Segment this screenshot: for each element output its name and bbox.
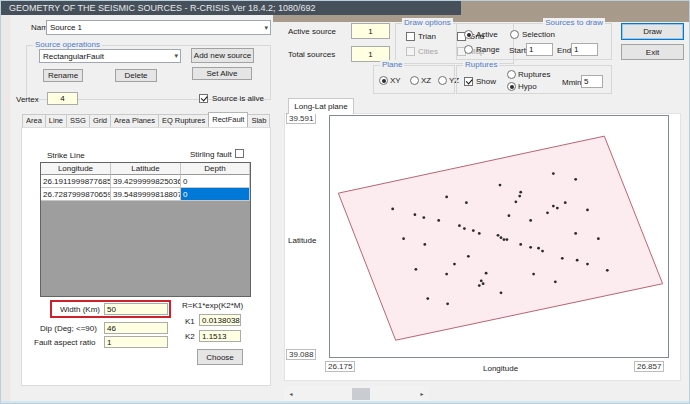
yz-radio[interactable] bbox=[438, 76, 447, 85]
dropdown-arrow-icon: ▾ bbox=[264, 24, 268, 31]
fault-aspect-ratio-field[interactable]: 1 bbox=[104, 336, 168, 348]
tab-area-planes[interactable]: Area Planes bbox=[110, 114, 159, 127]
active-source-field[interactable]: 1 bbox=[351, 23, 390, 39]
desktop-background-strip bbox=[273, 15, 690, 22]
fault-aspect-ratio-label: Fault aspect ratio bbox=[34, 338, 95, 348]
show-checkbox[interactable] bbox=[464, 77, 473, 86]
column-header-depth[interactable]: Depth bbox=[181, 163, 250, 175]
selection-radio[interactable] bbox=[510, 30, 519, 39]
column-header-longitude[interactable]: Longitude bbox=[41, 163, 111, 175]
add-new-source-button[interactable]: Add new source bbox=[191, 48, 254, 63]
start-field[interactable]: 1 bbox=[526, 43, 553, 56]
width-field[interactable]: 50 bbox=[104, 303, 168, 315]
vertex-field[interactable]: 4 bbox=[47, 92, 78, 105]
geometry-of-seismic-sources-window: GEOMETRY OF THE SEISMIC SOURCES - R-CRIS… bbox=[0, 0, 690, 404]
fault-type-value: RectangularFault bbox=[43, 52, 104, 61]
delete-button[interactable]: Delete bbox=[115, 69, 157, 82]
k1-label: K1 bbox=[185, 317, 195, 327]
y-axis-label: Latitude bbox=[288, 236, 316, 246]
x-axis-label: Longitude bbox=[483, 364, 518, 374]
draw-button[interactable]: Draw bbox=[621, 23, 684, 40]
range-radio-label: Range bbox=[476, 45, 500, 55]
scroll-right-button[interactable]: ► bbox=[415, 387, 429, 401]
dropdown-arrow-icon: ▾ bbox=[174, 52, 178, 59]
selection-radio-label: Selection bbox=[522, 30, 555, 40]
xy-radio[interactable] bbox=[379, 76, 388, 85]
dip-field[interactable]: 46 bbox=[104, 322, 168, 334]
mmin-field[interactable]: 5 bbox=[581, 75, 603, 88]
horizontal-scrollbar[interactable]: ◄ ► bbox=[284, 387, 429, 401]
cell-depth-2-selected[interactable]: 0 bbox=[181, 188, 250, 201]
trian-label: Trian bbox=[418, 32, 436, 42]
stirling-fault-label: Stirling fault bbox=[190, 150, 232, 160]
ruptures-radio-label: Ruptures bbox=[518, 70, 550, 80]
tab-area[interactable]: Area bbox=[22, 114, 46, 127]
sources-to-draw-title: Sources to draw bbox=[543, 18, 605, 28]
set-alive-button[interactable]: Set Alive bbox=[192, 67, 252, 80]
fault-type-combobox[interactable]: RectangularFault ▾ bbox=[39, 49, 181, 63]
active-radio-label: Active bbox=[476, 30, 498, 40]
k-formula-label: R=K1*exp(K2*M) bbox=[182, 301, 243, 311]
ruptures-radio[interactable] bbox=[507, 70, 516, 79]
exit-button[interactable]: Exit bbox=[621, 44, 684, 60]
x-max-readout: 26.857 bbox=[634, 361, 664, 372]
end-field[interactable]: 1 bbox=[571, 43, 598, 56]
tab-ssg[interactable]: SSG bbox=[66, 114, 90, 127]
source-name-value: Source 1 bbox=[50, 23, 82, 32]
range-radio[interactable] bbox=[464, 45, 473, 54]
xy-radio-label: XY bbox=[390, 76, 401, 86]
cell-latitude-2[interactable]: 39.5489999818807 bbox=[111, 188, 181, 201]
strike-line-table: Longitude Latitude Depth 26.191199987768… bbox=[40, 162, 251, 297]
plot-area bbox=[329, 115, 669, 358]
cell-depth-1[interactable]: 0 bbox=[181, 175, 250, 188]
tab-line[interactable]: Line bbox=[45, 114, 67, 127]
geometry-tab-strip: Area Line SSG Grid Area Planes EQ Ruptur… bbox=[22, 114, 274, 127]
strike-line-label: Strike Line bbox=[47, 151, 85, 161]
vertex-label: Vertex bbox=[16, 95, 39, 105]
table-row: 26.1911999877685 39.4299999825036 0 bbox=[41, 175, 250, 188]
tab-eq-ruptures[interactable]: EQ Ruptures bbox=[158, 114, 209, 127]
column-header-latitude[interactable]: Latitude bbox=[111, 163, 181, 175]
tab-slab[interactable]: Slab bbox=[247, 114, 270, 127]
active-source-label: Active source bbox=[288, 27, 336, 37]
active-radio[interactable] bbox=[464, 30, 473, 39]
trian-checkbox[interactable] bbox=[406, 32, 415, 41]
rename-button[interactable]: Rename bbox=[43, 69, 83, 82]
width-label: Width (Km) bbox=[60, 305, 100, 315]
dip-label: Dip (Deg; <=90) bbox=[40, 324, 97, 334]
stirling-fault-checkbox[interactable] bbox=[235, 149, 244, 158]
k2-field[interactable]: 1.1513 bbox=[199, 330, 241, 342]
k1-field[interactable]: 0.0138038 bbox=[199, 314, 241, 326]
end-label: End bbox=[557, 46, 571, 56]
cities-checkbox bbox=[406, 47, 415, 56]
show-label: Show bbox=[476, 77, 496, 87]
tab-rectfault[interactable]: RectFault bbox=[208, 112, 248, 127]
source-is-alive-label: Source is alive bbox=[212, 94, 264, 104]
cell-latitude-1[interactable]: 39.4299999825036 bbox=[111, 175, 181, 188]
tab-grid[interactable]: Grid bbox=[89, 114, 111, 127]
draw-options-title: Draw options bbox=[402, 18, 453, 28]
cell-longitude-2[interactable]: 26.7287999870659 bbox=[41, 188, 111, 201]
scroll-left-button[interactable]: ◄ bbox=[284, 387, 298, 401]
scrollbar-thumb[interactable] bbox=[352, 388, 370, 400]
hypo-radio-label: Hypo bbox=[518, 82, 537, 92]
x-min-readout: 26.175 bbox=[325, 361, 355, 372]
k2-label: K2 bbox=[185, 332, 195, 342]
mmin-label: Mmin bbox=[562, 78, 582, 88]
hypo-radio[interactable] bbox=[507, 82, 516, 91]
long-lat-plane-tab[interactable]: Long-Lat plane bbox=[288, 98, 354, 114]
source-is-alive-checkbox[interactable] bbox=[199, 94, 208, 103]
xz-radio[interactable] bbox=[410, 76, 419, 85]
ruptures-title: Ruptures bbox=[463, 60, 499, 70]
plot-svg bbox=[330, 116, 668, 357]
source-name-combobox[interactable]: Source 1 ▾ bbox=[46, 20, 271, 35]
xz-radio-label: XZ bbox=[421, 76, 431, 86]
choose-button[interactable]: Choose bbox=[197, 349, 243, 365]
y-max-readout: 39.591 bbox=[286, 113, 316, 124]
title-bar[interactable]: GEOMETRY OF THE SEISMIC SOURCES - R-CRIS… bbox=[1, 1, 461, 15]
start-label: Start bbox=[509, 46, 526, 56]
y-min-readout: 39.088 bbox=[286, 349, 316, 360]
total-sources-label: Total sources bbox=[288, 50, 335, 60]
plane-title: Plane bbox=[380, 60, 404, 70]
cell-longitude-1[interactable]: 26.1911999877685 bbox=[41, 175, 111, 188]
